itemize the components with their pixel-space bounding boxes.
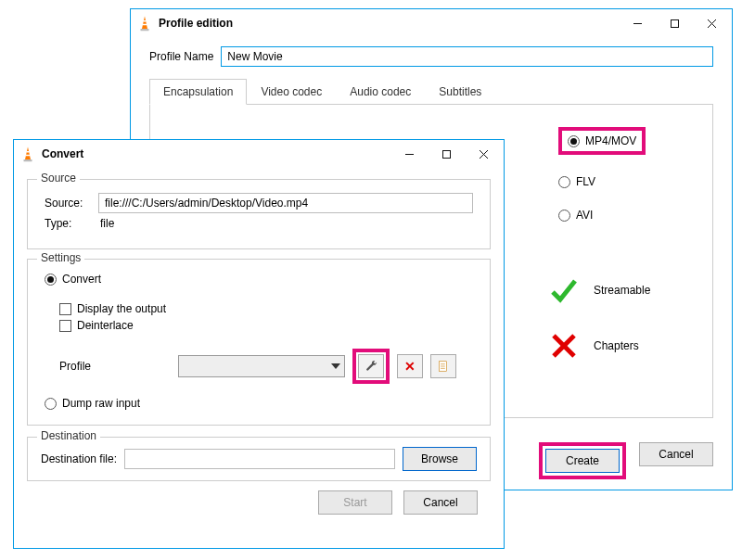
new-document-icon (437, 360, 450, 373)
minimize-button[interactable] (390, 141, 428, 167)
cross-icon (549, 331, 579, 361)
destination-input[interactable] (124, 449, 395, 469)
profile-titlebar: Profile edition (131, 9, 732, 37)
radio-dump-raw[interactable] (45, 398, 57, 410)
svg-rect-11 (24, 159, 32, 161)
delete-x-icon: ✕ (404, 359, 416, 374)
svg-rect-5 (671, 19, 678, 27)
new-profile-button[interactable] (430, 354, 456, 378)
convert-titlebar: Convert (14, 140, 504, 168)
vlc-cone-icon (136, 15, 153, 32)
destination-legend: Destination (37, 429, 100, 442)
delete-profile-button[interactable]: ✕ (397, 354, 423, 378)
source-input[interactable] (98, 193, 473, 213)
close-button[interactable] (465, 141, 502, 167)
tab-audio-codec[interactable]: Audio codec (336, 79, 425, 105)
convert-title: Convert (42, 147, 390, 160)
radio-flv-label: FLV (576, 175, 595, 188)
highlight-create: Create (539, 442, 626, 479)
svg-marker-18 (331, 363, 340, 369)
vlc-cone-icon (19, 146, 36, 162)
destination-label: Destination file: (41, 452, 117, 465)
settings-legend: Settings (37, 251, 84, 264)
svg-marker-10 (25, 147, 31, 160)
close-button[interactable] (693, 10, 730, 36)
chapters-label: Chapters (594, 339, 639, 352)
create-button[interactable]: Create (545, 449, 620, 473)
svg-rect-3 (143, 24, 147, 26)
edit-profile-button[interactable] (358, 354, 384, 378)
profile-title: Profile edition (159, 17, 619, 30)
source-group: Source Source: Type: file (27, 179, 491, 249)
start-button[interactable]: Start (318, 490, 392, 515)
profile-label: Profile (59, 360, 171, 373)
minimize-button[interactable] (619, 10, 656, 36)
radio-convert[interactable] (45, 274, 57, 286)
maximize-button[interactable] (656, 10, 693, 36)
tab-subtitles[interactable]: Subtitles (425, 79, 495, 105)
profile-cancel-button[interactable]: Cancel (639, 442, 713, 466)
profile-name-input[interactable] (221, 46, 713, 67)
highlight-wrench (352, 349, 390, 384)
highlight-mp4: MP4/MOV (558, 127, 646, 155)
svg-rect-13 (26, 155, 31, 157)
radio-mp4[interactable] (568, 135, 580, 147)
checkbox-display-output[interactable] (59, 303, 71, 315)
svg-rect-1 (141, 29, 149, 31)
svg-marker-0 (142, 17, 147, 30)
deinterlace-label: Deinterlace (77, 319, 134, 332)
browse-button[interactable]: Browse (403, 447, 477, 471)
tab-video-codec[interactable]: Video codec (247, 79, 336, 105)
profile-tabs: Encapsulation Video codec Audio codec Su… (149, 78, 713, 105)
convert-cancel-button[interactable]: Cancel (403, 490, 478, 515)
indicator-streamable: Streamable (549, 275, 684, 305)
radio-avi-label: AVI (576, 209, 593, 222)
display-output-label: Display the output (77, 302, 166, 315)
radio-convert-label: Convert (62, 273, 101, 286)
profile-combo[interactable] (178, 355, 345, 377)
maximize-button[interactable] (428, 141, 465, 167)
streamable-label: Streamable (594, 284, 650, 297)
svg-rect-2 (144, 20, 147, 22)
checkbox-deinterlace[interactable] (59, 320, 71, 332)
svg-rect-12 (27, 151, 30, 153)
source-label: Source: (45, 197, 93, 210)
chevron-down-icon (331, 363, 340, 369)
radio-avi[interactable] (558, 210, 570, 222)
tab-encapsulation[interactable]: Encapsulation (149, 79, 247, 105)
radio-flv[interactable] (558, 176, 570, 188)
indicator-chapters: Chapters (549, 331, 684, 361)
type-value: file (98, 217, 114, 230)
type-label: Type: (45, 217, 93, 230)
destination-group: Destination Destination file: Browse (27, 437, 491, 481)
profile-name-label: Profile Name (149, 50, 213, 63)
radio-mp4-label: MP4/MOV (585, 134, 636, 147)
check-icon (549, 275, 579, 305)
wrench-icon (365, 360, 377, 373)
convert-window: Convert Source Source: Type: file Settin… (13, 139, 505, 549)
dump-raw-label: Dump raw input (62, 397, 140, 410)
svg-rect-15 (442, 150, 450, 158)
settings-group: Settings Convert Display the output Dein… (27, 259, 491, 426)
source-legend: Source (37, 172, 80, 185)
